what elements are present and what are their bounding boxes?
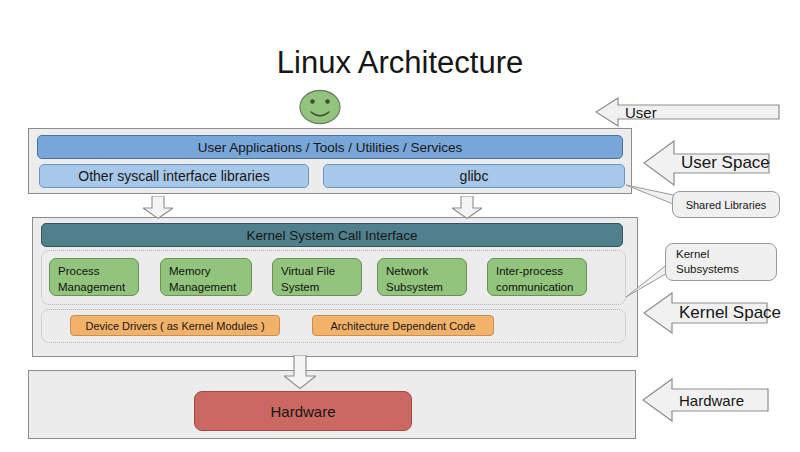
shared-libraries-callout: Shared Libraries (672, 191, 780, 218)
hardware-arrow: Hardware (642, 377, 770, 423)
down-arrow-hardware (284, 355, 316, 389)
subsystem-box-interprocess-communication: Inter-process communication (487, 258, 587, 296)
subsystem-box-virtual-file-system: Virtual File System (272, 258, 362, 296)
kernel-space-panel: Kernel System Call Interface Process Man… (32, 217, 638, 357)
user-space-arrow: User Space (643, 140, 771, 186)
smiley-face-icon (298, 88, 342, 126)
user-space-arrow-label: User Space (681, 153, 770, 173)
user-arrow-label: User (625, 104, 657, 121)
user-arrow: User (595, 97, 781, 127)
kernel-subsystems-region: Process Management Memory Management Vir… (41, 250, 626, 305)
device-drivers-box: Device Drivers ( as Kernel Modules ) (70, 315, 280, 336)
subsystem-box-memory-management: Memory Management (160, 258, 252, 296)
user-space-panel: User Applications / Tools / Utilities / … (28, 128, 632, 194)
kernel-subsystems-callout: Kernel Subsystems (665, 243, 777, 281)
user-applications-bar: User Applications / Tools / Utilities / … (37, 135, 623, 159)
page-title: Linux Architecture (0, 46, 800, 80)
hardware-box: Hardware (194, 391, 412, 431)
glibc-box: glibc (323, 164, 625, 188)
kernel-modules-region: Device Drivers ( as Kernel Modules ) Arc… (41, 309, 626, 343)
down-arrow-syscall-left (143, 196, 173, 219)
linux-architecture-diagram: Linux Architecture User User Application… (0, 0, 800, 452)
subsystem-box-process-management: Process Management (49, 258, 139, 296)
architecture-dependent-code-box: Architecture Dependent Code (312, 315, 494, 336)
other-syscall-libraries-box: Other syscall interface libraries (39, 164, 309, 188)
kernel-syscall-interface-bar: Kernel System Call Interface (41, 223, 623, 247)
hardware-arrow-label: Hardware (679, 392, 744, 409)
hardware-panel: Hardware (28, 370, 636, 439)
kernel-space-arrow: Kernel Space (643, 292, 769, 334)
down-arrow-syscall-right (452, 196, 482, 219)
kernel-space-arrow-label: Kernel Space (679, 303, 781, 323)
subsystem-box-network-subsystem: Network Subsystem (377, 258, 467, 296)
